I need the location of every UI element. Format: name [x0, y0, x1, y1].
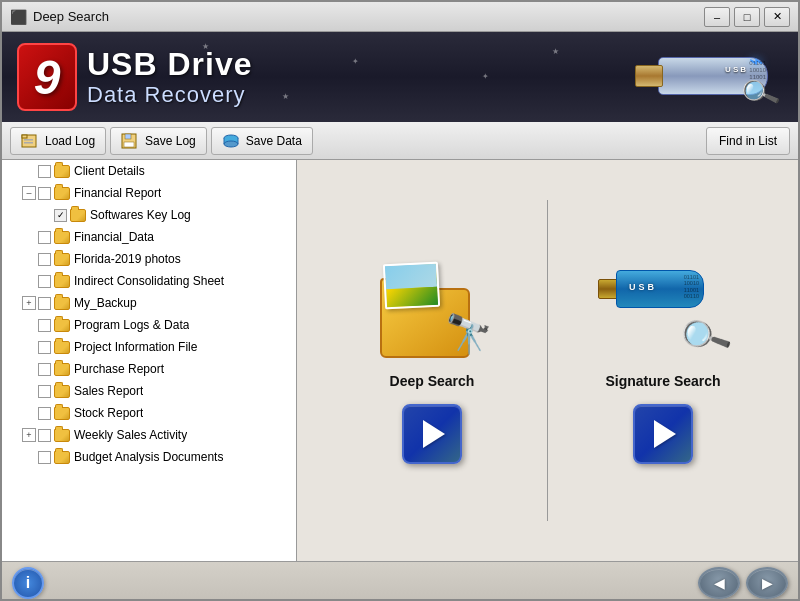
expand-button[interactable]: +: [22, 428, 36, 442]
binoculars-icon: 🔭: [445, 312, 492, 356]
star-decoration: ✦: [352, 57, 359, 66]
close-button[interactable]: ✕: [764, 7, 790, 27]
star-decoration: ✦: [482, 72, 489, 81]
tree-label: Indirect Consolidating Sheet: [74, 274, 224, 288]
deep-search-play-button[interactable]: [402, 404, 462, 464]
minimize-button[interactable]: –: [704, 7, 730, 27]
checkbox[interactable]: [38, 319, 51, 332]
usb-text: USB: [629, 282, 657, 292]
tree-item-program-logs[interactable]: Program Logs & Data: [2, 314, 296, 336]
tree-item-my-backup[interactable]: + My_Backup: [2, 292, 296, 314]
save-data-icon: [222, 133, 240, 149]
signature-search-option: USB 01101100101100100110 🔍 Signature Sea…: [548, 180, 778, 541]
tree-item-financial-data[interactable]: Financial_Data: [2, 226, 296, 248]
svg-rect-3: [24, 142, 33, 144]
toolbar: Load Log Save Log Save Data Find in List: [2, 122, 798, 160]
tree-label: Financial_Data: [74, 230, 154, 244]
folder-icon: [54, 429, 70, 442]
tree-label: Weekly Sales Activity: [74, 428, 187, 442]
checkbox[interactable]: [38, 275, 51, 288]
expand-button[interactable]: –: [22, 186, 36, 200]
deep-search-illustration: 🔭: [372, 258, 492, 358]
folder-icon: [54, 363, 70, 376]
folder-icon: [54, 231, 70, 244]
prev-button[interactable]: ◀: [698, 567, 740, 599]
header-usb-illustration: ⌁ USB 011011001011001 🔍: [618, 42, 778, 112]
checkbox[interactable]: ✓: [54, 209, 67, 222]
tree-label: Florida-2019 photos: [74, 252, 181, 266]
prev-arrow-icon: ◀: [714, 575, 725, 591]
load-log-button[interactable]: Load Log: [10, 127, 106, 155]
tree-item-florida-photos[interactable]: Florida-2019 photos: [2, 248, 296, 270]
tree-item-budget-analysis[interactable]: Budget Analysis Documents: [2, 446, 296, 468]
bits-text: 01101100101100100110: [684, 274, 699, 300]
folder-icon: [54, 187, 70, 200]
folder-icon: [54, 341, 70, 354]
tree-item-client-details[interactable]: Client Details: [2, 160, 296, 182]
tree-label: Stock Report: [74, 406, 143, 420]
folder-icon: [54, 165, 70, 178]
app-logo: 9 USB Drive Data Recovery: [17, 43, 253, 111]
load-log-icon: [21, 133, 39, 149]
tree-item-project-info[interactable]: Project Information File: [2, 336, 296, 358]
checkbox[interactable]: [38, 407, 51, 420]
tree-item-indirect-sheet[interactable]: Indirect Consolidating Sheet: [2, 270, 296, 292]
tree-item-weekly-sales[interactable]: + Weekly Sales Activity: [2, 424, 296, 446]
next-button[interactable]: ▶: [746, 567, 788, 599]
main-content: Client Details – Financial Report ✓ Soft…: [2, 160, 798, 561]
photo-card: [383, 261, 440, 309]
checkbox[interactable]: [38, 165, 51, 178]
tree-item-financial-report[interactable]: – Financial Report: [2, 182, 296, 204]
file-tree-scroll[interactable]: Client Details – Financial Report ✓ Soft…: [2, 160, 296, 561]
checkbox[interactable]: [38, 231, 51, 244]
star-decoration: ★: [552, 47, 559, 56]
info-button[interactable]: i: [12, 567, 44, 599]
tree-label: Program Logs & Data: [74, 318, 189, 332]
checkbox[interactable]: [38, 451, 51, 464]
folder-icon: [70, 209, 86, 222]
signature-search-label: Signature Search: [605, 373, 720, 389]
checkbox[interactable]: [38, 187, 51, 200]
folder-icon: [54, 385, 70, 398]
title-bar-left: ⬛ Deep Search: [10, 9, 109, 25]
search-options: 🔭 Deep Search USB: [317, 180, 778, 541]
svg-rect-6: [124, 142, 134, 147]
tree-label: Budget Analysis Documents: [74, 450, 223, 464]
save-log-button[interactable]: Save Log: [110, 127, 207, 155]
tree-label: Client Details: [74, 164, 145, 178]
signature-search-play-button[interactable]: [633, 404, 693, 464]
usb-label: USB: [725, 65, 748, 74]
checkbox[interactable]: [38, 297, 51, 310]
svg-rect-1: [22, 135, 27, 138]
logo-number: 9: [17, 43, 77, 111]
checkbox[interactable]: [38, 253, 51, 266]
save-data-button[interactable]: Save Data: [211, 127, 313, 155]
usb-body: USB 01101100101100100110: [616, 270, 704, 308]
magnifier-search-icon: 🔍: [676, 308, 735, 365]
star-decoration: ★: [282, 92, 289, 101]
checkbox[interactable]: [38, 429, 51, 442]
svg-rect-5: [125, 134, 131, 139]
checkbox[interactable]: [38, 341, 51, 354]
title-bar: ⬛ Deep Search – □ ✕: [2, 2, 798, 32]
checkbox[interactable]: [38, 363, 51, 376]
play-triangle-icon: [654, 420, 676, 448]
tree-item-sales-report[interactable]: Sales Report: [2, 380, 296, 402]
tree-item-stock-report[interactable]: Stock Report: [2, 402, 296, 424]
expand-button[interactable]: +: [22, 296, 36, 310]
tree-item-purchase-report[interactable]: Purchase Report: [2, 358, 296, 380]
checkbox[interactable]: [38, 385, 51, 398]
svg-rect-2: [24, 139, 33, 141]
tree-label: My_Backup: [74, 296, 137, 310]
folder-icon: [54, 297, 70, 310]
find-in-list-button[interactable]: Find in List: [706, 127, 790, 155]
folder-icon: [54, 275, 70, 288]
maximize-button[interactable]: □: [734, 7, 760, 27]
next-arrow-icon: ▶: [762, 575, 773, 591]
tree-label: Project Information File: [74, 340, 197, 354]
app-title: USB Drive Data Recovery: [87, 47, 253, 106]
tree-label: Financial Report: [74, 186, 161, 200]
nav-buttons: ◀ ▶: [698, 567, 788, 599]
tree-item-softwares-key-log[interactable]: ✓ Softwares Key Log: [2, 204, 296, 226]
window-controls: – □ ✕: [704, 7, 790, 27]
